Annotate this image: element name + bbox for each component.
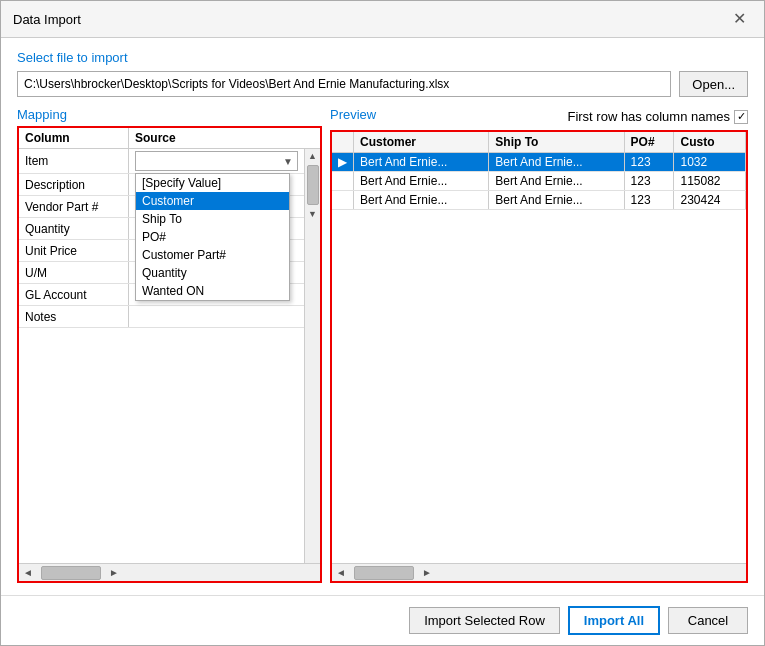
preview-row1-arrow: ▶ bbox=[332, 153, 354, 172]
first-row-check-area: First row has column names ✓ bbox=[567, 109, 748, 124]
mapping-row-notes: Notes bbox=[19, 306, 304, 328]
preview-row2-custom: 115082 bbox=[674, 172, 746, 191]
mapping-header-row: Column Source bbox=[19, 128, 320, 149]
dialog-window: Data Import ✕ Select file to import Open… bbox=[0, 0, 765, 646]
item-source-container: ▼ [Specify Value] Customer Ship To PO# bbox=[135, 151, 298, 171]
preview-th-custom: Custo bbox=[674, 132, 746, 153]
mapping-col-unitprice: Unit Price bbox=[19, 240, 129, 261]
preview-row3-arrow bbox=[332, 191, 354, 210]
first-row-label: First row has column names bbox=[567, 109, 730, 124]
dropdown-item-custpart[interactable]: Customer Part# bbox=[136, 246, 289, 264]
preview-row1-shipto: Bert And Ernie... bbox=[489, 153, 624, 172]
scroll-right-arrow-icon[interactable]: ► bbox=[105, 567, 123, 578]
preview-th-po: PO# bbox=[624, 132, 674, 153]
mapping-hscroll-thumb[interactable] bbox=[41, 566, 101, 580]
dropdown-item-po[interactable]: PO# bbox=[136, 228, 289, 246]
dropdown-item-shipto[interactable]: Ship To bbox=[136, 210, 289, 228]
dropdown-item-specify[interactable]: [Specify Value] bbox=[136, 174, 289, 192]
preview-row2-customer: Bert And Ernie... bbox=[354, 172, 489, 191]
preview-th-customer: Customer bbox=[354, 132, 489, 153]
close-button[interactable]: ✕ bbox=[727, 9, 752, 29]
preview-row3-po: 123 bbox=[624, 191, 674, 210]
dropdown-item-customer[interactable]: Customer bbox=[136, 192, 289, 210]
preview-row1-customer: Bert And Ernie... bbox=[354, 153, 489, 172]
footer: Import Selected Row Import All Cancel bbox=[1, 595, 764, 645]
mapping-col-header: Column bbox=[19, 128, 129, 148]
scroll-down-arrow-icon[interactable]: ▼ bbox=[308, 207, 317, 221]
preview-row-2[interactable]: Bert And Ernie... Bert And Ernie... 123 … bbox=[332, 172, 746, 191]
file-section: Select file to import Open... bbox=[17, 50, 748, 97]
file-path-input[interactable] bbox=[17, 71, 671, 97]
file-section-label: Select file to import bbox=[17, 50, 748, 65]
preview-row2-po: 123 bbox=[624, 172, 674, 191]
preview-table: Customer Ship To PO# Custo ▶ Bert And Er… bbox=[332, 132, 746, 210]
mapping-col-glaccount: GL Account bbox=[19, 284, 129, 305]
preview-hscrollbar[interactable]: ◄ ► bbox=[332, 563, 746, 581]
preview-row3-customer: Bert And Ernie... bbox=[354, 191, 489, 210]
mapping-hscrollbar[interactable]: ◄ ► bbox=[19, 563, 320, 581]
item-dropdown-trigger[interactable]: ▼ bbox=[135, 151, 298, 171]
preview-panel: Preview First row has column names ✓ Cus… bbox=[330, 107, 748, 583]
first-row-checkbox[interactable]: ✓ bbox=[734, 110, 748, 124]
panels-row: Mapping Column Source Item bbox=[17, 107, 748, 583]
open-button[interactable]: Open... bbox=[679, 71, 748, 97]
dropdown-arrow-icon: ▼ bbox=[283, 156, 293, 167]
mapping-col-description: Description bbox=[19, 174, 129, 195]
preview-row2-arrow bbox=[332, 172, 354, 191]
mapping-source-notes[interactable] bbox=[129, 306, 304, 327]
preview-row-3[interactable]: Bert And Ernie... Bert And Ernie... 123 … bbox=[332, 191, 746, 210]
mapping-source-item: ▼ [Specify Value] Customer Ship To PO# bbox=[129, 149, 304, 173]
mapping-col-um: U/M bbox=[19, 262, 129, 283]
mapping-bordered: Column Source Item bbox=[17, 126, 322, 583]
mapping-panel: Mapping Column Source Item bbox=[17, 107, 322, 583]
dialog-title: Data Import bbox=[13, 12, 81, 27]
cancel-button[interactable]: Cancel bbox=[668, 607, 748, 634]
preview-hscroll-thumb[interactable] bbox=[354, 566, 414, 580]
mapping-label: Mapping bbox=[17, 107, 322, 122]
preview-scroll-right-icon[interactable]: ► bbox=[418, 567, 436, 578]
preview-bordered: Customer Ship To PO# Custo ▶ Bert And Er… bbox=[330, 130, 748, 583]
preview-row1-custom: 1032 bbox=[674, 153, 746, 172]
preview-label: Preview bbox=[330, 107, 376, 122]
preview-header-row: Customer Ship To PO# Custo bbox=[332, 132, 746, 153]
title-bar: Data Import ✕ bbox=[1, 1, 764, 38]
preview-row1-po: 123 bbox=[624, 153, 674, 172]
preview-th-arrow bbox=[332, 132, 354, 153]
preview-th-shipto: Ship To bbox=[489, 132, 624, 153]
mapping-vscrollbar[interactable]: ▲ ▼ bbox=[304, 149, 320, 563]
scroll-up-arrow-icon[interactable]: ▲ bbox=[308, 149, 317, 163]
mapping-source-header: Source bbox=[129, 128, 320, 148]
preview-row3-custom: 230424 bbox=[674, 191, 746, 210]
preview-scroll-left-icon[interactable]: ◄ bbox=[332, 567, 350, 578]
dropdown-item-wantedon[interactable]: Wanted ON bbox=[136, 282, 289, 300]
preview-row3-shipto: Bert And Ernie... bbox=[489, 191, 624, 210]
mapping-col-notes: Notes bbox=[19, 306, 129, 327]
import-all-button[interactable]: Import All bbox=[568, 606, 660, 635]
import-selected-button[interactable]: Import Selected Row bbox=[409, 607, 560, 634]
mapping-row-item: Item ▼ [Speci bbox=[19, 149, 304, 174]
file-row: Open... bbox=[17, 71, 748, 97]
preview-row2-shipto: Bert And Ernie... bbox=[489, 172, 624, 191]
mapping-col-quantity: Quantity bbox=[19, 218, 129, 239]
mapping-col-vendorpart: Vendor Part # bbox=[19, 196, 129, 217]
preview-row-1[interactable]: ▶ Bert And Ernie... Bert And Ernie... 12… bbox=[332, 153, 746, 172]
item-dropdown-open: [Specify Value] Customer Ship To PO# Cus… bbox=[135, 173, 290, 301]
preview-panel-header: Preview First row has column names ✓ bbox=[330, 107, 748, 126]
preview-table-wrapper: Customer Ship To PO# Custo ▶ Bert And Er… bbox=[332, 132, 746, 563]
dialog-body: Select file to import Open... Mapping Co… bbox=[1, 38, 764, 595]
scroll-thumb[interactable] bbox=[307, 165, 319, 205]
scroll-left-arrow-icon[interactable]: ◄ bbox=[19, 567, 37, 578]
mapping-col-item: Item bbox=[19, 149, 129, 173]
dropdown-item-quantity[interactable]: Quantity bbox=[136, 264, 289, 282]
mapping-content-row: Item ▼ [Speci bbox=[19, 149, 320, 563]
mapping-main: Item ▼ [Speci bbox=[19, 149, 304, 563]
